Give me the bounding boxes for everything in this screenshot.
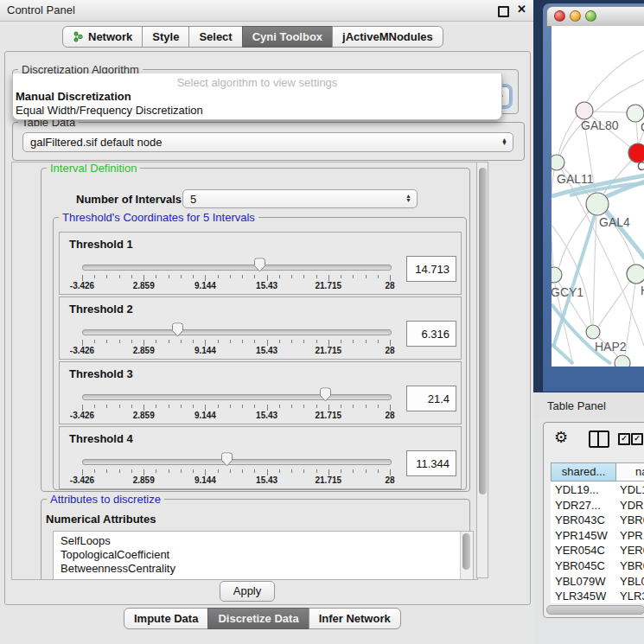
close-icon[interactable]: ✕ — [517, 3, 526, 16]
tab-cyni-toolbox[interactable]: Cyni Toolbox — [242, 26, 333, 48]
thresholds-group: Threshold's Coordinates for 5 Intervals … — [53, 217, 467, 490]
table-cell-name: YDR2 — [620, 499, 644, 512]
tick-mark — [279, 275, 280, 278]
tab-network[interactable]: Network — [62, 26, 143, 48]
scrollbar-thumb[interactable] — [462, 533, 470, 570]
float-window-icon[interactable] — [498, 6, 509, 17]
threshold-slider-track[interactable] — [82, 329, 392, 335]
tick-mark — [143, 405, 144, 411]
network-node-label: HAP2 — [595, 340, 627, 354]
slider-thumb[interactable] — [319, 387, 332, 405]
network-node-H[interactable] — [627, 265, 644, 284]
apply-button[interactable]: Apply — [220, 581, 275, 602]
network-node[interactable] — [615, 355, 630, 367]
table-cell-shared-name: YLR345W — [555, 590, 606, 603]
columns-icon[interactable] — [589, 430, 609, 448]
tab-discretize-data[interactable]: Discretize Data — [207, 608, 309, 629]
table-row[interactable]: YDR27...YDR2 — [551, 499, 644, 514]
table-row[interactable]: YDL19...YDL1 — [551, 483, 644, 499]
settings-scrollbar[interactable] — [476, 162, 488, 578]
tick-mark — [279, 469, 280, 473]
network-edge — [558, 115, 577, 155]
table-cell-name: YBL0 — [620, 575, 644, 588]
attribute-list-item[interactable]: SelfLoops — [54, 534, 473, 548]
threshold-slider-track[interactable] — [82, 459, 392, 465]
table-row[interactable]: YER054CYER0 — [551, 544, 644, 559]
network-node-GCY1[interactable] — [552, 267, 562, 283]
tick-label: 21.715 — [316, 346, 342, 355]
table-row[interactable]: YPR145WYPR1 — [551, 529, 644, 545]
scrollbar-thumb[interactable] — [479, 168, 487, 494]
numerical-attributes-list[interactable]: SelfLoopsTopologicalCoefficientBetweenne… — [53, 531, 474, 580]
tick-mark — [303, 405, 304, 408]
table-row[interactable]: YBL079WYBL0 — [551, 575, 644, 590]
threshold-slider-track[interactable] — [82, 394, 392, 400]
checkbox-icon[interactable]: ✓ — [631, 433, 643, 445]
minimize-traffic-light[interactable] — [570, 10, 581, 22]
combo-stepper-icon: ▲▼ — [405, 194, 411, 202]
tick-label: 28 — [385, 346, 394, 355]
tab-label: Impute Data — [134, 612, 198, 625]
tick-mark — [341, 405, 341, 408]
slider-thumb[interactable] — [171, 322, 184, 341]
network-edge — [586, 50, 644, 103]
slider-thumb[interactable] — [220, 452, 233, 470]
threshold-value-field[interactable]: 14.713 — [406, 256, 456, 282]
checkbox-icon[interactable]: ✓ — [618, 433, 630, 445]
popup-option-manual-discretization[interactable]: Manual Discretization — [16, 90, 131, 103]
tick-label: 9.144 — [194, 281, 216, 290]
attribute-list-item[interactable]: BetweennessCentrality — [54, 562, 473, 576]
thresholds-group-label: Threshold's Coordinates for 5 Intervals — [59, 211, 258, 224]
tick-mark — [254, 340, 255, 343]
network-node-GAL4[interactable] — [586, 193, 609, 215]
threshold-slider-track[interactable] — [82, 265, 392, 271]
tick-label: 28 — [385, 411, 394, 420]
threshold-value-field[interactable]: 11.344 — [406, 450, 456, 476]
network-node-GAL11[interactable] — [552, 155, 564, 170]
node-attribute-table[interactable]: shared... na YDL19...YDL1YDR27...YDR2YBR… — [551, 462, 644, 603]
column-header-shared-name[interactable]: shared... — [551, 462, 616, 481]
threshold-value-field[interactable]: 6.316 — [406, 321, 456, 347]
tab-impute-data[interactable]: Impute Data — [124, 608, 208, 629]
tick-mark — [303, 469, 304, 473]
slider-thumb[interactable] — [253, 258, 266, 276]
network-node-HAP2[interactable] — [586, 325, 600, 339]
column-header-name[interactable]: na — [616, 462, 644, 481]
network-canvas[interactable]: GAL80GACGAL11GAL4GCY1HHAP2 — [552, 26, 644, 367]
tick-mark — [156, 469, 156, 473]
popup-option-equal-width-frequency[interactable]: Equal Width/Frequency Discretization — [16, 104, 203, 117]
tick-mark — [94, 275, 95, 278]
table-row[interactable]: YBR043CYBR0 — [551, 513, 644, 529]
tick-mark — [131, 340, 132, 343]
gear-icon[interactable]: ⚙ — [554, 428, 568, 447]
table-row[interactable]: YLR345WYLR3 — [551, 590, 644, 603]
table-cell-shared-name: YPR145W — [555, 529, 608, 542]
tick-mark — [230, 405, 231, 408]
number-of-intervals-combo[interactable]: 5 ▲▼ — [182, 189, 418, 208]
tab-style[interactable]: Style — [142, 26, 189, 48]
network-node-GAL80[interactable] — [576, 102, 593, 119]
numerical-attributes-label: Numerical Attributes — [46, 513, 156, 526]
tick-mark — [218, 275, 219, 278]
table-data-combo[interactable]: galFiltered.sif default node ▲▼ — [22, 132, 513, 152]
attributes-group: Attributes to discretize Numerical Attri… — [41, 499, 470, 580]
tick-mark — [156, 405, 156, 408]
table-row[interactable]: YBR045CYBR0 — [551, 559, 644, 575]
cyni-toolbox-panel: Discretization Algorithm ▲▼ Select algor… — [4, 51, 531, 605]
tick-mark — [181, 405, 182, 408]
tab-infer-network[interactable]: Infer Network — [309, 608, 401, 629]
attribute-list-item[interactable]: TopologicalCoefficient — [54, 548, 473, 562]
tick-mark — [291, 275, 292, 278]
tick-mark — [193, 275, 194, 278]
network-node-GA[interactable] — [627, 105, 644, 122]
table-horizontal-scrollbar[interactable] — [546, 605, 644, 615]
tick-mark — [242, 469, 243, 473]
tick-mark — [143, 275, 144, 281]
tick-mark — [366, 469, 367, 473]
close-traffic-light[interactable] — [554, 10, 565, 22]
attributes-list-scrollbar[interactable] — [460, 532, 473, 580]
tab-jactivemnodules[interactable]: jActiveMNodules — [332, 26, 443, 48]
threshold-value-field[interactable]: 21.4 — [406, 386, 456, 411]
zoom-traffic-light[interactable] — [585, 10, 596, 22]
tab-select[interactable]: Select — [188, 26, 242, 48]
